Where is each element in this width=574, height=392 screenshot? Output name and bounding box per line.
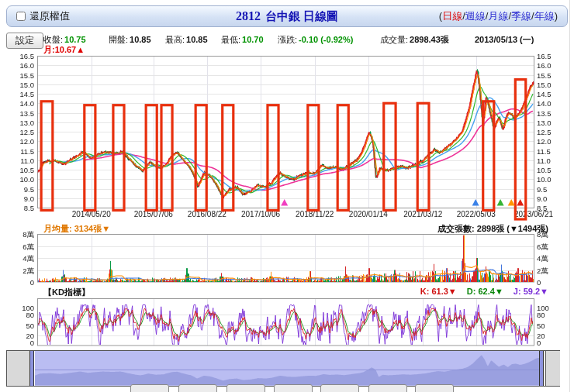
axis-tick-label: 10.5 [537, 166, 560, 174]
period-link-quarterly[interactable]: 季線 [511, 10, 531, 22]
period-switcher: (日線/週線/月線/季線/年線) [439, 9, 558, 23]
axis-tick-label: 9.5 [537, 185, 560, 194]
axis-tick-label: 80 [537, 311, 560, 319]
volume-today-label: 成交張數: 2898張 (▼1494張) [437, 223, 548, 235]
axis-tick-label: 15.0 [537, 81, 560, 89]
axis-tick-label: 2015/07/06 [126, 210, 181, 218]
axis-tick-label: 15.5 [11, 71, 34, 80]
axis-tick-label: 16.5 [11, 52, 34, 60]
stock-chart-page: { "header": { "restore_label": "還原權值", "… [0, 0, 574, 392]
axis-tick-label: 13.0 [11, 119, 34, 127]
axis-tick-label: 50 [11, 322, 34, 330]
axis-tick-label: 14.5 [537, 90, 560, 98]
axis-tick-label: 50 [537, 322, 560, 330]
axis-tick-label: 15.5 [537, 71, 560, 80]
kd-k-value: K: 61.3▼ [420, 287, 457, 296]
axis-tick-label: 9.0 [537, 194, 560, 203]
axis-tick-label: 13.5 [11, 109, 34, 118]
settings-button[interactable]: 設定 [6, 33, 43, 49]
quote-date: 2013/05/13 (一) [475, 34, 534, 46]
footer-button-5[interactable] [320, 384, 359, 392]
axis-tick-label: 0 [11, 278, 34, 287]
stat-high: 最高:10.85 [165, 34, 208, 46]
chart-type-label: 日線圖 [303, 9, 338, 22]
navigator-left-track[interactable] [7, 351, 30, 386]
paren-close: ) [555, 10, 558, 22]
axis-tick-label: 16.5 [537, 52, 560, 60]
axis-tick-label: 10.5 [11, 166, 34, 174]
axis-tick-label: 0 [537, 339, 560, 347]
axis-tick-label: 10.0 [537, 175, 560, 184]
axis-tick-label: 0 [537, 278, 560, 287]
axis-tick-label: 4萬 [537, 254, 560, 264]
axis-tick-label: 11.0 [11, 156, 34, 165]
axis-tick-label: 8萬 [11, 230, 34, 240]
axis-tick-label: 8.5 [11, 204, 34, 212]
axis-tick-label: 6萬 [537, 242, 560, 253]
axis-tick-label: 0 [11, 339, 34, 347]
axis-tick-label: 2017/10/06 [233, 210, 288, 218]
period-link-monthly[interactable]: 月線 [488, 10, 508, 22]
stat-change: 漲跌:-0.10 (-0.92%) [278, 34, 353, 46]
navigator-left-handle[interactable] [29, 351, 34, 386]
period-link-yearly[interactable]: 年線 [534, 10, 555, 22]
axis-tick-label: 2021/03/12 [396, 210, 450, 218]
footer-button-4[interactable] [274, 384, 313, 392]
kd-values: K: 61.3▼ D: 62.4▼ J: 59.2▼ [420, 287, 548, 296]
kd-panel-title: 【KD指標】 [43, 287, 90, 298]
axis-tick-label: 14.0 [537, 99, 560, 108]
axis-tick-label: 14.5 [11, 90, 34, 98]
footer-button-2[interactable] [178, 384, 217, 392]
period-link-daily[interactable]: 日線 [442, 10, 462, 22]
header-bar: 還原權值 2812台中銀 日線圖 (日線/週線/月線/季線/年線) [6, 5, 568, 27]
text-layer: 還原權值 2812台中銀 日線圖 (日線/週線/月線/季線/年線) 設定 收盤:… [0, 0, 574, 392]
footer-button-3[interactable] [226, 384, 265, 392]
axis-tick-label: 9.5 [11, 185, 34, 194]
footer-button-1[interactable] [130, 384, 169, 392]
axis-tick-label: 16.0 [537, 61, 560, 70]
stat-low-value: 10.70 [242, 35, 264, 44]
footer-button-6[interactable] [368, 384, 407, 392]
monthly-ma-label: 月:10.67▲ [43, 44, 85, 56]
range-navigator[interactable] [6, 350, 560, 387]
axis-tick-label: 15.0 [11, 81, 34, 89]
axis-tick-label: 11.5 [11, 147, 34, 156]
stat-volume-value: 2898.43張 [410, 35, 449, 44]
volume-ma-label: 月均量: 3134張▼ [43, 223, 110, 235]
stat-open: 開盤:10.85 [109, 34, 151, 46]
axis-tick-label: 6萬 [11, 242, 34, 253]
axis-tick-label: 10.0 [11, 175, 34, 184]
axis-tick-label: 14.0 [11, 99, 34, 108]
axis-tick-label: 80 [11, 311, 34, 319]
stat-change-value: -0.10 (-0.92%) [299, 35, 353, 44]
stat-open-value: 10.85 [130, 35, 151, 44]
stat-low: 最低:10.70 [221, 34, 264, 46]
axis-tick-label: 16.0 [11, 61, 34, 70]
axis-tick-label: 12.5 [537, 128, 560, 136]
axis-tick-label: 2萬 [537, 266, 560, 277]
axis-tick-label: 12.0 [537, 137, 560, 146]
footer-button-7[interactable] [415, 384, 454, 392]
axis-tick-label: 13.0 [537, 119, 560, 127]
axis-tick-label: 2萬 [11, 266, 34, 277]
stat-close-value: 10.75 [64, 35, 86, 44]
stat-volume: 成交量:2898.43張 [380, 34, 449, 46]
stat-high-value: 10.85 [186, 35, 208, 44]
axis-tick-label: 2023/06/21 [507, 210, 561, 218]
panel-right-border [569, 0, 570, 392]
axis-tick-label: 12.0 [11, 137, 34, 146]
navigator-right-handle[interactable] [539, 351, 544, 386]
axis-tick-label: 11.0 [537, 156, 560, 165]
navigator-right-track[interactable] [545, 351, 560, 386]
axis-tick-label: 11.5 [537, 147, 560, 156]
axis-tick-label: 2018/11/22 [288, 210, 342, 218]
stock-name: 台中銀 [265, 9, 300, 22]
stock-id: 2812 [236, 9, 261, 22]
axis-tick-label: 2022/05/03 [449, 210, 503, 218]
axis-tick-label: 8萬 [537, 230, 560, 240]
kd-j-value: J: 59.2▼ [513, 287, 548, 296]
period-link-weekly[interactable]: 週線 [465, 10, 486, 22]
axis-tick-label: 12.5 [11, 128, 34, 136]
kd-d-value: D: 62.4▼ [467, 287, 503, 296]
axis-tick-label: 2020/01/14 [341, 210, 396, 218]
